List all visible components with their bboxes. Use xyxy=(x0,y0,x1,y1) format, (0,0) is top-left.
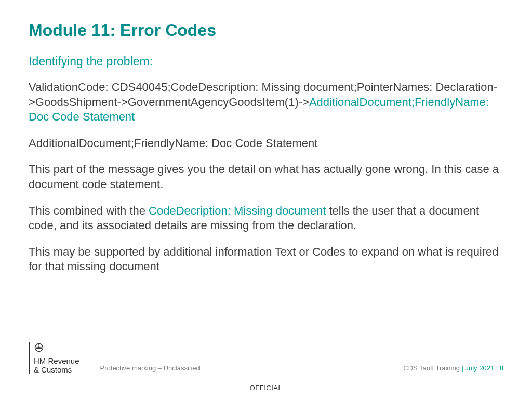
hmrc-line2: & Customs xyxy=(34,365,72,374)
slide: Module 11: Error Codes Identifying the p… xyxy=(0,0,532,399)
training-name: CDS Tariff Training xyxy=(403,364,461,372)
explanation-combined: This combined with the CodeDecription: M… xyxy=(29,204,503,233)
protective-marking: Protective marking – Unclassified xyxy=(100,364,200,374)
hmrc-line1: HM Revenue xyxy=(34,356,79,365)
slide-footer: HM Revenue & Customs Protective marking … xyxy=(29,343,503,374)
slide-title: Module 11: Error Codes xyxy=(29,21,503,40)
svg-point-1 xyxy=(38,344,39,345)
slide-subtitle: Identifying the problem: xyxy=(29,55,503,69)
hmrc-logo-bar xyxy=(29,342,30,374)
page-number: 8 xyxy=(500,364,503,372)
highlighted-fragment: AdditionalDocument;FriendlyName: Doc Cod… xyxy=(29,136,503,151)
explanation-additional: This may be supported by additional info… xyxy=(29,245,503,274)
hmrc-logo: HM Revenue & Customs xyxy=(29,342,79,374)
slide-body: ValidationCode: CDS40045;CodeDescription… xyxy=(29,80,503,274)
explanation-combined-pre: This combined with the xyxy=(29,204,149,217)
crown-icon xyxy=(34,343,79,354)
error-message-full: ValidationCode: CDS40045;CodeDescription… xyxy=(29,80,503,125)
hmrc-logo-text: HM Revenue & Customs xyxy=(34,342,79,374)
footer-left: HM Revenue & Customs Protective marking … xyxy=(29,342,200,374)
official-marking: OFFICIAL xyxy=(0,384,532,392)
explanation-detail: This part of the message gives you the d… xyxy=(29,162,503,192)
code-description-highlight: CodeDecription: Missing document xyxy=(149,204,326,217)
training-date: | July 2021 | xyxy=(462,364,500,372)
footer-right: CDS Tariff Training | July 2021 | 8 xyxy=(403,364,503,374)
